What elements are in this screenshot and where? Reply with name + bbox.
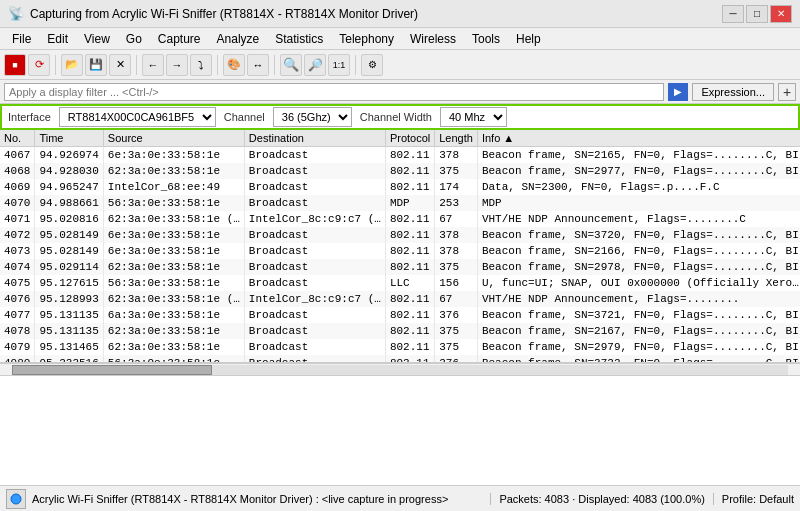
cell-proto: 802.11 (385, 291, 434, 307)
menu-item-edit[interactable]: Edit (39, 30, 76, 48)
table-row[interactable]: 407595.12761556:3a:0e:33:58:1eBroadcastL… (0, 275, 800, 291)
table-row[interactable]: 407495.02911462:3a:0e:33:58:1eBroadcast8… (0, 259, 800, 275)
cell-time: 95.128993 (35, 291, 103, 307)
packet-table-container: No. Time Source Destination Protocol Len… (0, 130, 800, 363)
cell-src: 62:3a:0e:33:58:1e (103, 339, 244, 355)
cell-len: 375 (435, 163, 478, 179)
cell-time: 94.988661 (35, 195, 103, 211)
menu-item-analyze[interactable]: Analyze (209, 30, 268, 48)
col-header-no[interactable]: No. (0, 130, 35, 147)
cell-time: 95.131465 (35, 339, 103, 355)
col-header-time[interactable]: Time (35, 130, 103, 147)
filter-input[interactable] (4, 83, 664, 101)
toolbar-separator-4 (274, 55, 275, 75)
zoom-out-button[interactable]: 🔎 (304, 54, 326, 76)
table-row[interactable]: 407395.0281496e:3a:0e:33:58:1eBroadcast8… (0, 243, 800, 259)
col-header-info[interactable]: Info ▲ (477, 130, 800, 147)
cell-proto: MDP (385, 195, 434, 211)
horizontal-scrollbar[interactable] (0, 363, 800, 375)
menu-item-go[interactable]: Go (118, 30, 150, 48)
channel-select[interactable]: 36 (5Ghz) (273, 107, 352, 127)
table-row[interactable]: 407094.98866156:3a:0e:33:58:1eBroadcastM… (0, 195, 800, 211)
packet-table: No. Time Source Destination Protocol Len… (0, 130, 800, 363)
h-scroll-track[interactable] (12, 365, 788, 375)
toolbar-separator-2 (136, 55, 137, 75)
table-row[interactable]: 407695.12899362:3a:0e:33:58:1e (…IntelCo… (0, 291, 800, 307)
menu-item-statistics[interactable]: Statistics (267, 30, 331, 48)
minimize-button[interactable]: ─ (722, 5, 744, 23)
h-scroll-thumb[interactable] (12, 365, 212, 375)
channel-width-label: Channel Width (360, 111, 432, 123)
cell-len: 67 (435, 291, 478, 307)
save-button[interactable]: 💾 (85, 54, 107, 76)
cell-proto: LLC (385, 275, 434, 291)
menu-item-file[interactable]: File (4, 30, 39, 48)
cell-len: 253 (435, 195, 478, 211)
cell-src: IntelCor_68:ee:49 (103, 179, 244, 195)
toolbar: ■ ⟳ 📂 💾 ✕ ← → ⤵ 🎨 ↔ 🔍 🔎 1:1 ⚙ (0, 50, 800, 80)
cell-dst: Broadcast (244, 179, 385, 195)
col-header-dst[interactable]: Destination (244, 130, 385, 147)
cell-no: 4079 (0, 339, 35, 355)
cell-dst: Broadcast (244, 147, 385, 163)
fwd-button[interactable]: → (166, 54, 188, 76)
capture-options-button[interactable]: ⚙ (361, 54, 383, 76)
cell-dst: Broadcast (244, 355, 385, 364)
table-row[interactable]: 407195.02081662:3a:0e:33:58:1e (…IntelCo… (0, 211, 800, 227)
table-row[interactable]: 407295.0281496e:3a:0e:33:58:1eBroadcast8… (0, 227, 800, 243)
close-button[interactable]: ✕ (770, 5, 792, 23)
table-row[interactable]: 406794.9269746e:3a:0e:33:58:1eBroadcast8… (0, 147, 800, 163)
goto-button[interactable]: ⤵ (190, 54, 212, 76)
table-row[interactable]: 406894.92803062:3a:0e:33:58:1eBroadcast8… (0, 163, 800, 179)
cell-dst: IntelCor_8c:c9:c7 (… (244, 291, 385, 307)
zoom-100-button[interactable]: 1:1 (328, 54, 350, 76)
table-row[interactable]: 407895.13113562:3a:0e:33:58:1eBroadcast8… (0, 323, 800, 339)
menu-item-view[interactable]: View (76, 30, 118, 48)
status-text: Acrylic Wi-Fi Sniffer (RT8814X - RT8814X… (32, 493, 482, 505)
interface-select[interactable]: RT8814X00C0CA961BF5 (59, 107, 216, 127)
cell-src: 6e:3a:0e:33:58:1e (103, 243, 244, 259)
cell-info: Beacon frame, SN=2977, FN=0, Flags=.....… (477, 163, 800, 179)
cell-proto: 802.11 (385, 259, 434, 275)
cell-dst: Broadcast (244, 307, 385, 323)
back-button[interactable]: ← (142, 54, 164, 76)
stop-button[interactable]: ■ (4, 54, 26, 76)
filter-apply-button[interactable]: ▶ (668, 83, 688, 101)
cell-len: 378 (435, 243, 478, 259)
cell-info: VHT/HE NDP Announcement, Flags=........ (477, 291, 800, 307)
table-row[interactable]: 407795.1311356a:3a:0e:33:58:1eBroadcast8… (0, 307, 800, 323)
close-file-button[interactable]: ✕ (109, 54, 131, 76)
menu-item-help[interactable]: Help (508, 30, 549, 48)
col-header-src[interactable]: Source (103, 130, 244, 147)
menu-item-telephony[interactable]: Telephony (331, 30, 402, 48)
col-header-len[interactable]: Length (435, 130, 478, 147)
maximize-button[interactable]: □ (746, 5, 768, 23)
col-header-proto[interactable]: Protocol (385, 130, 434, 147)
open-button[interactable]: 📂 (61, 54, 83, 76)
table-row[interactable]: 406994.965247IntelCor_68:ee:49Broadcast8… (0, 179, 800, 195)
menu-item-wireless[interactable]: Wireless (402, 30, 464, 48)
colorize-button[interactable]: 🎨 (223, 54, 245, 76)
cell-len: 378 (435, 147, 478, 163)
table-row[interactable]: 407995.13146562:3a:0e:33:58:1eBroadcast8… (0, 339, 800, 355)
cell-no: 4077 (0, 307, 35, 323)
expression-button[interactable]: Expression... (692, 83, 774, 101)
restart-button[interactable]: ⟳ (28, 54, 50, 76)
add-filter-button[interactable]: + (778, 83, 796, 101)
channel-width-select[interactable]: 40 Mhz (440, 107, 507, 127)
cell-len: 156 (435, 275, 478, 291)
toolbar-separator-5 (355, 55, 356, 75)
autosize-button[interactable]: ↔ (247, 54, 269, 76)
cell-len: 67 (435, 211, 478, 227)
cell-proto: 802.11 (385, 227, 434, 243)
zoom-in-button[interactable]: 🔍 (280, 54, 302, 76)
menu-item-tools[interactable]: Tools (464, 30, 508, 48)
table-row[interactable]: 408095.23351656:3a:0e:33:58:1eBroadcast8… (0, 355, 800, 364)
cell-no: 4068 (0, 163, 35, 179)
cell-info: Beacon frame, SN=3720, FN=0, Flags=.....… (477, 227, 800, 243)
cell-len: 375 (435, 259, 478, 275)
cell-dst: IntelCor_8c:c9:c7 (… (244, 211, 385, 227)
cell-src: 6e:3a:0e:33:58:1e (103, 147, 244, 163)
menu-bar: FileEditViewGoCaptureAnalyzeStatisticsTe… (0, 28, 800, 50)
menu-item-capture[interactable]: Capture (150, 30, 209, 48)
